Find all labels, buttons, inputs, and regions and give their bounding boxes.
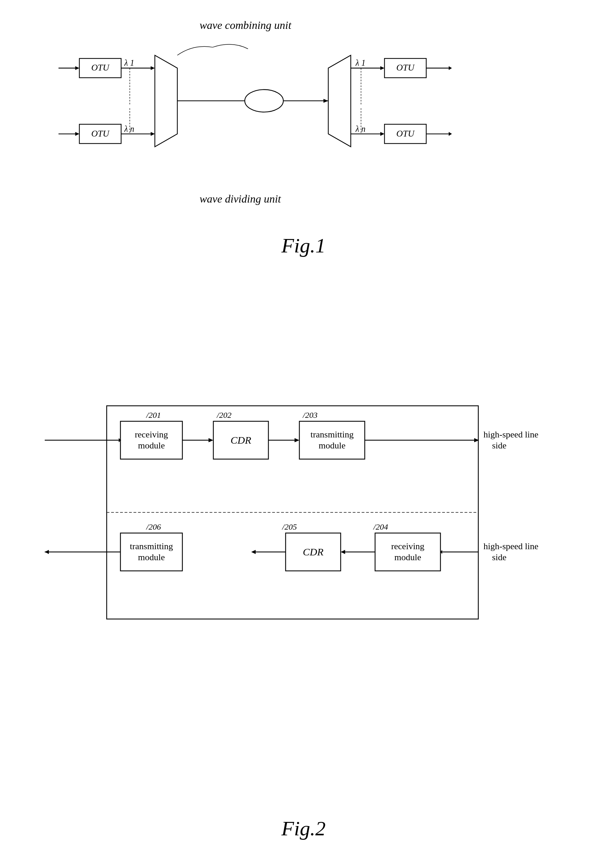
svg-text:transmitting: transmitting bbox=[310, 429, 354, 440]
svg-text:module: module bbox=[138, 440, 165, 451]
svg-text:OTU: OTU bbox=[91, 63, 110, 73]
svg-text:module: module bbox=[319, 440, 346, 451]
svg-marker-75 bbox=[45, 550, 49, 554]
svg-marker-20 bbox=[323, 99, 328, 103]
svg-rect-41 bbox=[120, 421, 182, 459]
svg-text:λ  n: λ n bbox=[355, 124, 365, 133]
svg-marker-37 bbox=[449, 132, 452, 136]
fig2-diagram: /201 receiving module /202 CDR /203 tran… bbox=[45, 395, 561, 636]
svg-marker-16 bbox=[155, 55, 177, 147]
fig1-area: wave combining unit OTU λ 1 OTU λ n bbox=[0, 0, 607, 361]
svg-marker-1 bbox=[75, 66, 79, 70]
fig1-title: Fig.1 bbox=[0, 234, 607, 257]
svg-text:CDR: CDR bbox=[231, 434, 251, 446]
svg-marker-9 bbox=[75, 132, 79, 136]
svg-rect-71 bbox=[120, 533, 182, 571]
svg-text:CDR: CDR bbox=[303, 546, 323, 558]
wave-dividing-label: wave dividing unit bbox=[200, 192, 281, 205]
svg-text:/201: /201 bbox=[146, 411, 161, 420]
svg-text:side: side bbox=[492, 440, 506, 451]
svg-text:OTU: OTU bbox=[396, 63, 415, 73]
svg-marker-33 bbox=[380, 132, 384, 136]
svg-text:/203: /203 bbox=[302, 411, 318, 420]
svg-rect-52 bbox=[300, 421, 365, 459]
svg-text:module: module bbox=[138, 552, 165, 562]
svg-text:transmitting: transmitting bbox=[130, 541, 173, 551]
svg-marker-21 bbox=[328, 55, 351, 147]
svg-marker-29 bbox=[449, 66, 452, 70]
svg-text:high-speed line: high-speed line bbox=[483, 541, 539, 551]
svg-text:module: module bbox=[394, 552, 421, 562]
svg-point-18 bbox=[245, 90, 283, 112]
svg-text:λ  1: λ 1 bbox=[124, 58, 134, 67]
svg-text:λ  1: λ 1 bbox=[355, 58, 365, 67]
svg-rect-60 bbox=[375, 533, 441, 571]
svg-text:/205: /205 bbox=[281, 522, 297, 531]
svg-text:OTU: OTU bbox=[91, 129, 110, 139]
svg-text:receiving: receiving bbox=[391, 541, 425, 551]
svg-text:side: side bbox=[492, 552, 506, 562]
svg-text:receiving: receiving bbox=[135, 429, 168, 440]
svg-text:high-speed line: high-speed line bbox=[483, 429, 539, 440]
svg-marker-5 bbox=[151, 66, 155, 70]
svg-text:/204: /204 bbox=[373, 522, 388, 531]
wave-combining-label: wave combining unit bbox=[200, 19, 292, 32]
svg-text:/202: /202 bbox=[216, 411, 231, 420]
svg-marker-13 bbox=[151, 132, 155, 136]
svg-text:λ  n: λ n bbox=[124, 124, 134, 133]
svg-text:OTU: OTU bbox=[396, 129, 415, 139]
fig2-area: /201 receiving module /202 CDR /203 tran… bbox=[0, 361, 607, 868]
svg-marker-25 bbox=[380, 66, 384, 70]
svg-text:/206: /206 bbox=[146, 522, 161, 531]
fig1-diagram: OTU λ 1 OTU λ n bbox=[41, 34, 557, 179]
fig2-title: Fig.2 bbox=[0, 817, 607, 840]
